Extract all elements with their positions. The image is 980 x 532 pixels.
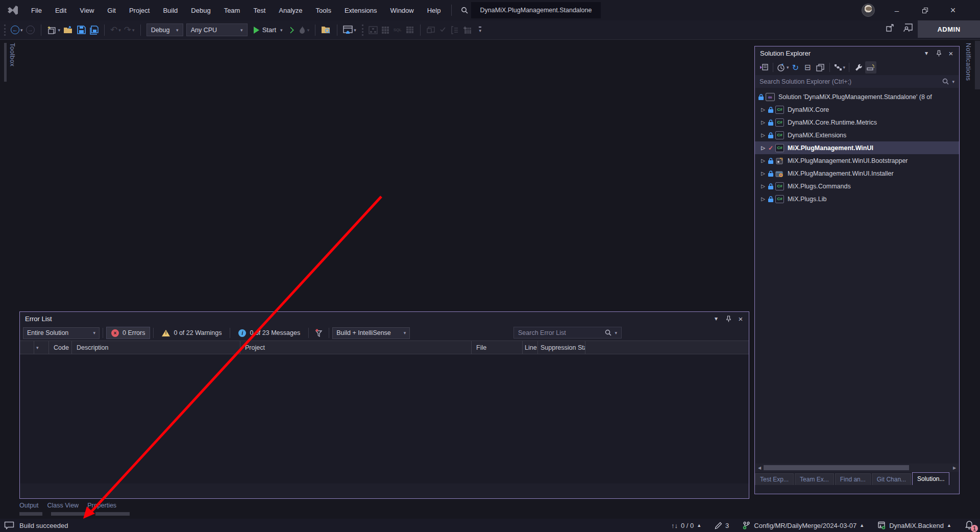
error-list-header[interactable]: Error List ▾ × (20, 312, 749, 325)
grid-view-button[interactable] (379, 23, 391, 37)
save-all-button[interactable] (87, 23, 100, 37)
close-panel-button[interactable]: × (734, 313, 747, 324)
menu-edit[interactable]: Edit (48, 0, 73, 20)
user-avatar[interactable] (862, 4, 875, 17)
menu-tools[interactable]: Tools (309, 0, 338, 20)
pending-changes-filter-button[interactable]: ▾ (777, 61, 789, 74)
add-table-button[interactable] (461, 23, 474, 37)
find-in-files-button[interactable] (320, 23, 333, 37)
pending-edits-button[interactable]: 3 (715, 522, 729, 529)
close-panel-button[interactable]: × (945, 47, 957, 59)
table-view-button[interactable] (404, 23, 416, 37)
validate-sql-button[interactable] (437, 23, 449, 37)
close-button[interactable]: × (941, 0, 965, 20)
solution-explorer-search-input[interactable]: Search Solution Explorer (Ctrl+;) ▾ (755, 75, 959, 88)
share-icon[interactable] (886, 23, 895, 32)
repository-button[interactable]: DynaMiX.Backend ▲ (877, 521, 951, 530)
tab-solution-explorer[interactable]: Solution... (912, 472, 949, 485)
toolbar-grip[interactable] (362, 25, 364, 36)
toolbar-grip[interactable] (4, 25, 6, 36)
notifications-edge-tab[interactable]: Notifications (965, 43, 972, 81)
new-query-button[interactable] (425, 23, 437, 37)
menu-test[interactable]: Test (247, 0, 272, 20)
navigate-forward-button[interactable]: → (24, 23, 37, 37)
schema-designer-button[interactable] (367, 23, 379, 37)
tab-properties[interactable]: Properties (87, 502, 116, 509)
column-file[interactable]: File (472, 341, 523, 354)
expander-icon[interactable]: ▷ (760, 119, 767, 125)
menu-debug[interactable]: Debug (184, 0, 217, 20)
menu-team[interactable]: Team (217, 0, 247, 20)
column-code[interactable]: Code (49, 341, 72, 354)
web-browser-button[interactable]: ▾ (341, 23, 358, 37)
open-folder-button[interactable] (62, 23, 75, 37)
tree-row-project[interactable]: ▷ C# DynaMiX.Core (755, 103, 959, 116)
pin-button[interactable] (722, 313, 734, 324)
undo-button[interactable]: ↶ ▾ (109, 23, 122, 37)
new-project-button[interactable]: ▾ (45, 23, 62, 37)
tab-output[interactable]: Output (19, 502, 39, 509)
current-branch-button[interactable]: Config/MR/DailyMerge/2024-03-07 ▲ (742, 521, 864, 530)
window-position-button[interactable]: ▾ (920, 47, 933, 59)
tree-row-project[interactable]: ▷ C# MiX.Plugs.Lib (755, 192, 959, 205)
errors-filter-button[interactable]: × 0 Errors (106, 327, 150, 339)
column-description[interactable]: Description (72, 341, 240, 354)
expander-icon[interactable]: ▷ (760, 196, 767, 202)
tab-team-explorer[interactable]: Team Ex... (795, 473, 834, 485)
expander-icon[interactable]: ▷ (760, 158, 767, 163)
sql-button[interactable]: SQL (391, 23, 404, 37)
toolbar-overflow-button[interactable]: ▾ (474, 23, 486, 37)
tree-row-project[interactable]: ▷ C# MiX.Plugs.Commands (755, 180, 959, 192)
show-all-files-button[interactable] (815, 61, 826, 74)
refresh-button[interactable]: ↻ (790, 61, 801, 74)
menu-build[interactable]: Build (156, 0, 184, 20)
expander-icon[interactable]: ▷ (760, 132, 767, 138)
restore-button[interactable] (913, 0, 937, 20)
tab-class-view[interactable]: Class View (47, 502, 79, 509)
scroll-right-icon[interactable]: ▶ (950, 466, 959, 470)
preview-selected-items-button[interactable] (865, 61, 876, 74)
code-outline-button[interactable] (449, 23, 461, 37)
properties-button[interactable] (853, 61, 864, 74)
column-suppression-state[interactable]: Suppression State (538, 341, 585, 354)
tree-row-solution[interactable]: ∞ Solution 'DynaMiX.PlugManagement.Stand… (755, 90, 959, 103)
navigate-back-button[interactable]: ← ▾ (9, 23, 24, 37)
expander-icon[interactable]: ▷ (760, 145, 767, 151)
menu-git[interactable]: Git (101, 0, 122, 20)
tree-row-project[interactable]: ▷ C# DynaMiX.Core.Runtime.Metrics (755, 116, 959, 129)
redo-button[interactable]: ↷ ▾ (122, 23, 136, 37)
expander-icon[interactable]: ▷ (760, 171, 767, 176)
tree-row-project[interactable]: ▷ MiX.PlugManagement.WinUI.Installer (755, 167, 959, 180)
switch-views-button[interactable] (758, 61, 769, 74)
send-feedback-icon[interactable] (902, 23, 913, 32)
error-source-dropdown[interactable]: Build + IntelliSense ▾ (332, 327, 410, 339)
severity-filter-column-button[interactable]: ▾ (34, 341, 49, 354)
error-list-search-input[interactable]: Search Error List ▾ (513, 327, 622, 338)
messages-filter-button[interactable]: i 0 of 23 Messages (233, 327, 305, 339)
menu-project[interactable]: Project (122, 0, 156, 20)
tab-find-results[interactable]: Find an... (835, 473, 871, 485)
start-debugging-button[interactable]: Start ▾ (252, 23, 284, 37)
menu-window[interactable]: Window (383, 0, 420, 20)
expander-icon[interactable]: ▷ (760, 107, 767, 112)
minimize-button[interactable]: – (885, 0, 909, 20)
start-without-debugging-button[interactable] (284, 23, 297, 37)
tab-test-explorer[interactable]: Test Exp... (755, 473, 794, 485)
solution-explorer-header[interactable]: Solution Explorer ▾ × (755, 46, 959, 60)
menu-file[interactable]: File (24, 0, 48, 20)
sync-with-active-document-button[interactable]: ▾ (834, 61, 846, 74)
admin-button[interactable]: ADMIN (918, 20, 980, 38)
menu-analyze[interactable]: Analyze (272, 0, 309, 20)
scroll-left-icon[interactable]: ◀ (755, 466, 764, 470)
warnings-filter-button[interactable]: 0 of 22 Warnings (157, 327, 227, 339)
collapse-all-button[interactable]: ⊟ (802, 61, 814, 74)
notifications-button[interactable]: 1 (965, 520, 976, 531)
solution-platform-dropdown[interactable]: Any CPU ▾ (186, 23, 248, 36)
hot-reload-button[interactable]: ▾ (297, 23, 311, 37)
error-list-table-body[interactable] (20, 354, 749, 483)
filter-button[interactable] (312, 327, 326, 339)
tree-row-project-selected[interactable]: ▷ ✓ C# MiX.PlugManagement.WinUI (755, 141, 959, 154)
error-scope-dropdown[interactable]: Entire Solution ▾ (23, 327, 100, 339)
toolbox-edge-tab[interactable]: Toolbox (4, 43, 16, 82)
window-position-button[interactable]: ▾ (710, 313, 722, 324)
